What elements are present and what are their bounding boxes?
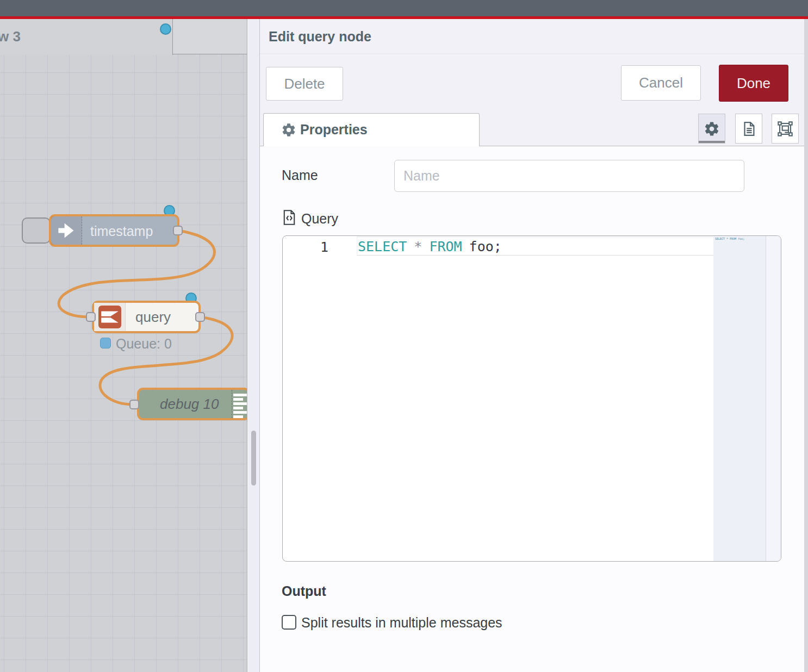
description-view-button[interactable]	[735, 114, 762, 144]
appearance-view-button[interactable]	[772, 114, 799, 144]
edit-node-dialog: Edit query node Delete Cancel Done Prope…	[259, 19, 804, 672]
status-dot-icon	[100, 338, 111, 349]
tab-properties-label: Properties	[300, 122, 368, 138]
dialog-action-bar: Delete Cancel Done	[260, 55, 804, 113]
editor-code-line[interactable]: SELECT*FROMfoo;	[358, 239, 502, 254]
node-label: query	[135, 309, 171, 326]
node-status-text: Queue: 0	[116, 336, 172, 352]
file-code-icon	[282, 209, 297, 226]
inject-trigger-button[interactable]	[22, 217, 51, 244]
minimap-code-line: SELECT * FROM foo;	[715, 237, 744, 240]
appearance-icon	[776, 120, 794, 138]
inject-arrow-icon	[51, 216, 82, 245]
editor-line-number: 1	[283, 239, 328, 255]
sql-keyword: FROM	[429, 239, 462, 254]
query-field-label: Query	[301, 211, 338, 227]
node-label: timestamp	[90, 223, 153, 239]
port-query-input[interactable]	[86, 312, 96, 322]
header-accent-line	[0, 16, 808, 19]
dialog-title: Edit query node	[269, 29, 371, 45]
gear-icon	[704, 121, 720, 137]
flow-canvas[interactable]: w 3 timestamp query	[0, 19, 247, 672]
tab-properties[interactable]: Properties	[263, 113, 480, 146]
node-mysql-query[interactable]: query	[92, 301, 201, 333]
editor-tab-bar: Properties	[260, 113, 804, 146]
sql-keyword: SELECT	[358, 239, 407, 254]
port-debug-input[interactable]	[129, 400, 139, 409]
sql-operator: *	[414, 239, 422, 254]
node-inject-timestamp[interactable]: timestamp	[49, 214, 179, 247]
editor-minimap[interactable]: SELECT * FROM foo;	[713, 236, 766, 561]
name-input[interactable]	[394, 160, 744, 192]
sql-identifier: foo;	[469, 239, 502, 254]
canvas-vertical-scrollbar[interactable]	[251, 431, 256, 486]
delete-button[interactable]: Delete	[266, 67, 343, 101]
dialog-header: Edit query node	[260, 19, 804, 54]
output-section-label: Output	[282, 583, 326, 599]
mysql-icon	[98, 306, 121, 328]
split-results-checkbox[interactable]	[282, 615, 296, 630]
cancel-button[interactable]: Cancel	[621, 65, 701, 101]
app-header-bar	[0, 0, 808, 16]
description-icon	[741, 121, 757, 137]
editor-overview-ruler[interactable]	[766, 236, 781, 561]
node-icon-zone	[94, 303, 126, 331]
sql-code-editor[interactable]: 1 SELECT*FROMfoo; SELECT * FROM foo;	[282, 235, 781, 562]
properties-view-button[interactable]	[698, 114, 725, 144]
dialog-scrollbar[interactable]	[804, 19, 808, 672]
node-debug[interactable]: debug 10	[137, 388, 247, 420]
canvas-scroll-gutter	[248, 19, 259, 672]
split-results-label: Split results in multiple messages	[301, 615, 502, 631]
port-timestamp-output[interactable]	[173, 226, 183, 235]
done-button[interactable]: Done	[719, 65, 788, 102]
node-label: debug 10	[160, 396, 219, 413]
debug-lines-icon	[232, 390, 247, 418]
port-query-output[interactable]	[195, 312, 205, 322]
gear-icon	[281, 122, 296, 138]
name-field-label: Name	[282, 167, 318, 183]
